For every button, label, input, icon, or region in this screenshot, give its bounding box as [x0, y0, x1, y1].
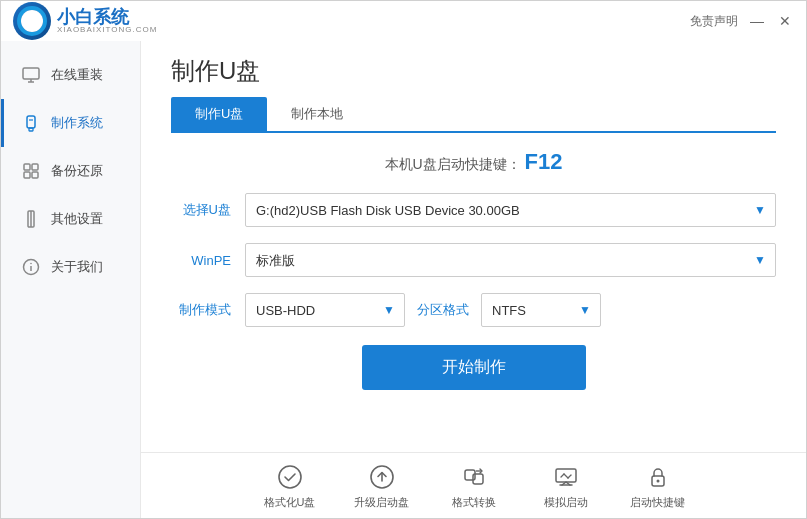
usb-select-control: G:(hd2)USB Flash Disk USB Device 30.00GB… [245, 193, 776, 227]
format-usb-label: 格式化U盘 [264, 495, 316, 510]
format-convert-label: 格式转换 [452, 495, 496, 510]
upload-icon [368, 463, 396, 491]
usb-select-label: 选择U盘 [171, 201, 231, 219]
svg-rect-6 [24, 164, 30, 170]
bottom-tool-format-usb[interactable]: 格式化U盘 [262, 463, 318, 510]
sidebar-label-online-reinstall: 在线重装 [51, 66, 103, 84]
monitor-icon [21, 65, 41, 85]
hotkey-prefix: 本机U盘启动快捷键： [385, 156, 521, 172]
sidebar-item-online-reinstall[interactable]: 在线重装 [1, 51, 140, 99]
titlebar-actions: 免责声明 — ✕ [690, 12, 794, 30]
mode-select-wrapper: USB-HDD USB-ZIP ▼ [245, 293, 405, 327]
bottom-tool-upgrade-boot[interactable]: 升级启动盘 [354, 463, 410, 510]
mode-select[interactable]: USB-HDD USB-ZIP [245, 293, 405, 327]
tab-make-usb[interactable]: 制作U盘 [171, 97, 267, 131]
check-circle-icon [276, 463, 304, 491]
mode-row: 制作模式 USB-HDD USB-ZIP ▼ 分区格 [171, 293, 776, 327]
partition-select[interactable]: NTFS FAT32 exFAT [481, 293, 601, 327]
winpe-select[interactable]: 标准版 高级版 [245, 243, 776, 277]
main-layout: 在线重装 制作系统 [1, 41, 806, 518]
action-row: 开始制作 [171, 345, 776, 390]
winpe-select-wrapper: 标准版 高级版 ▼ [245, 243, 776, 277]
main-window: 小白系统 XIAOBAIXITONG.COM 免责声明 — ✕ [0, 0, 807, 519]
logo: 小白系统 XIAOBAIXITONG.COM [13, 2, 157, 40]
content-area: 制作U盘 制作U盘 制作本地 本机U盘启动快捷键： F12 选 [141, 41, 806, 452]
partition-select-wrapper: NTFS FAT32 exFAT ▼ [481, 293, 601, 327]
winpe-select-row: WinPE 标准版 高级版 ▼ [171, 243, 776, 277]
hotkey-banner: 本机U盘启动快捷键： F12 [171, 149, 776, 175]
mode-controls: USB-HDD USB-ZIP ▼ 分区格式 NTFS FAT32 [245, 293, 776, 327]
settings-icon [21, 209, 41, 229]
winpe-select-control: 标准版 高级版 ▼ [245, 243, 776, 277]
bottom-tool-boot-shortcut[interactable]: 启动快捷键 [630, 463, 686, 510]
sidebar-item-about-us[interactable]: 关于我们 [1, 243, 140, 291]
start-button[interactable]: 开始制作 [362, 345, 586, 390]
logo-sub: XIAOBAIXITONG.COM [57, 26, 157, 34]
usb-select-row: 选择U盘 G:(hd2)USB Flash Disk USB Device 30… [171, 193, 776, 227]
svg-point-14 [30, 263, 32, 265]
upgrade-boot-label: 升级启动盘 [354, 495, 409, 510]
virtual-boot-label: 模拟启动 [544, 495, 588, 510]
partition-format-label: 分区格式 [417, 301, 469, 319]
svg-point-15 [279, 466, 301, 488]
page-title: 制作U盘 [171, 57, 260, 84]
info-icon [21, 257, 41, 277]
svg-rect-7 [32, 164, 38, 170]
sidebar-label-make-system: 制作系统 [51, 114, 103, 132]
svg-rect-0 [23, 68, 39, 79]
winpe-label: WinPE [171, 253, 231, 268]
sidebar-label-other-settings: 其他设置 [51, 210, 103, 228]
logo-text: 小白系统 XIAOBAIXITONG.COM [57, 8, 157, 34]
svg-point-27 [656, 480, 659, 483]
form-section: 本机U盘启动快捷键： F12 选择U盘 G:(hd2)USB Flash Dis… [171, 149, 776, 452]
bottom-tool-format-convert[interactable]: 格式转换 [446, 463, 502, 510]
svg-line-24 [564, 474, 568, 478]
desktop-icon [552, 463, 580, 491]
titlebar: 小白系统 XIAOBAIXITONG.COM 免责声明 — ✕ [1, 1, 806, 41]
hotkey-value: F12 [525, 149, 563, 174]
svg-rect-9 [32, 172, 38, 178]
boot-shortcut-label: 启动快捷键 [630, 495, 685, 510]
close-button[interactable]: ✕ [776, 12, 794, 30]
svg-rect-8 [24, 172, 30, 178]
lock-icon [644, 463, 672, 491]
minimize-button[interactable]: — [748, 12, 766, 30]
inline-controls: USB-HDD USB-ZIP ▼ 分区格式 NTFS FAT32 [245, 293, 776, 327]
sidebar-label-about-us: 关于我们 [51, 258, 103, 276]
tab-bar: 制作U盘 制作本地 [171, 97, 776, 133]
sidebar-item-make-system[interactable]: 制作系统 [1, 99, 140, 147]
bottom-toolbar: 格式化U盘 升级启动盘 [141, 452, 806, 518]
sidebar-item-backup-restore[interactable]: 备份还原 [1, 147, 140, 195]
svg-rect-4 [29, 128, 33, 131]
page-title-bar: 制作U盘 [171, 41, 776, 97]
svg-rect-3 [27, 116, 35, 128]
sidebar: 在线重装 制作系统 [1, 41, 141, 518]
logo-main: 小白系统 [57, 8, 157, 26]
svg-line-25 [568, 475, 571, 478]
logo-icon [13, 2, 51, 40]
mode-label: 制作模式 [171, 301, 231, 319]
disclaimer-link[interactable]: 免责声明 [690, 13, 738, 30]
sidebar-label-backup-restore: 备份还原 [51, 162, 103, 180]
bottom-tool-virtual-boot[interactable]: 模拟启动 [538, 463, 594, 510]
sidebar-item-other-settings[interactable]: 其他设置 [1, 195, 140, 243]
usb-select-wrapper: G:(hd2)USB Flash Disk USB Device 30.00GB… [245, 193, 776, 227]
tab-make-local[interactable]: 制作本地 [267, 97, 367, 131]
grid-icon [21, 161, 41, 181]
usb-icon [21, 113, 41, 133]
usb-select[interactable]: G:(hd2)USB Flash Disk USB Device 30.00GB [245, 193, 776, 227]
convert-icon [460, 463, 488, 491]
